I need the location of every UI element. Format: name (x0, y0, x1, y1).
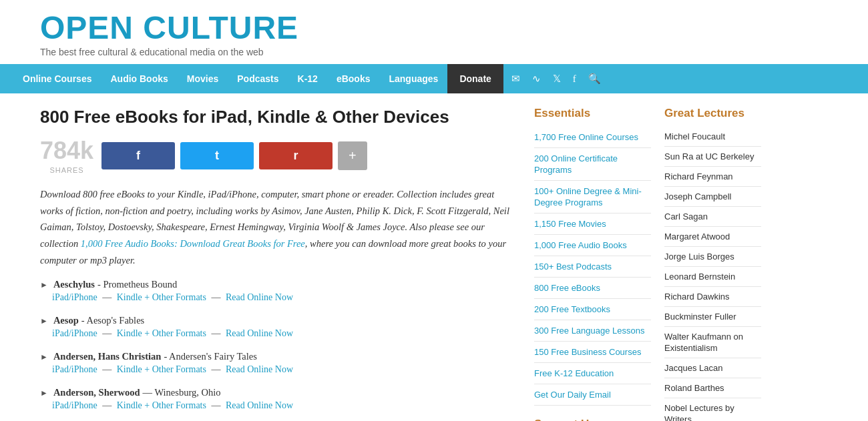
book-title: - Aesop's Fables (81, 315, 144, 326)
essentials-item: 150 Free Business Courses (534, 342, 651, 363)
essentials-link[interactable]: 200 Free Textbooks (534, 304, 610, 314)
essentials-link[interactable]: 1,150 Free Movies (534, 219, 606, 229)
essentials-item: 300 Free Language Lessons (534, 320, 651, 342)
lecture-item: Margaret Atwood (664, 227, 761, 247)
book-links: iPad/iPhone — Kindle + Other Formats — R… (52, 292, 514, 303)
essentials-list: 1,700 Free Online Courses 200 Online Cer… (534, 127, 651, 406)
lecture-link[interactable]: Sun Ra at UC Berkeley (664, 151, 754, 161)
twitter-share-button[interactable]: t (180, 142, 254, 169)
essentials-link[interactable]: Get Our Daily Email (534, 390, 611, 400)
nav-donate[interactable]: Donate (447, 64, 503, 93)
lecture-link[interactable]: Roland Barthes (664, 383, 724, 393)
essentials-link[interactable]: 150+ Best Podcasts (534, 262, 612, 272)
support-us-title: Support Us (534, 418, 651, 421)
essentials-link[interactable]: 200 Online Certificate Programs (534, 153, 618, 175)
more-share-button[interactable]: + (338, 141, 367, 170)
lecture-link[interactable]: Jorge Luis Borges (664, 252, 734, 262)
twitter-icon[interactable]: 𝕏 (548, 67, 566, 90)
lecture-link[interactable]: Joseph Campbell (664, 191, 731, 201)
essentials-item: Free K-12 Education (534, 363, 651, 384)
lecture-link[interactable]: Michel Foucault (664, 131, 725, 141)
lecture-item: Walter Kaufmann on Existentialism (664, 327, 761, 358)
separator: — (102, 364, 112, 374)
essentials-title: Essentials (534, 107, 651, 120)
book-item-anderson: ► Anderson, Sherwood — Winesburg, Ohio i… (40, 387, 514, 411)
lecture-link[interactable]: Richard Feynman (664, 171, 733, 181)
essentials-link[interactable]: 1,700 Free Online Courses (534, 132, 638, 142)
read-online-link[interactable]: Read Online Now (226, 364, 293, 374)
read-online-link[interactable]: Read Online Now (226, 400, 293, 410)
kindle-link[interactable]: Kindle + Other Formats (117, 292, 206, 302)
book-links: iPad/iPhone — Kindle + Other Formats — R… (52, 364, 514, 375)
essentials-link[interactable]: 1,000 Free Audio Books (534, 240, 627, 250)
nav-online-courses[interactable]: Online Courses (13, 64, 101, 93)
main-nav: Online Courses Audio Books Movies Podcas… (0, 64, 868, 93)
lecture-link[interactable]: Margaret Atwood (664, 232, 730, 242)
book-item-aeschylus: ► Aeschylus - Prometheus Bound iPad/iPho… (40, 279, 514, 303)
reddit-share-button[interactable]: r (259, 142, 333, 169)
main-content: 800 Free eBooks for iPad, Kindle & Other… (40, 107, 514, 421)
nav-icons: ✉ ∿ 𝕏 f 🔍 (506, 67, 606, 90)
essentials-item: 200 Free Textbooks (534, 299, 651, 320)
book-author: Andersen, Hans Christian (53, 351, 162, 362)
read-online-link[interactable]: Read Online Now (226, 292, 293, 302)
nav-movies[interactable]: Movies (178, 64, 228, 93)
separator: — (102, 400, 112, 410)
book-arrow-icon: ► (40, 316, 48, 326)
book-list: ► Aeschylus - Prometheus Bound iPad/iPho… (40, 279, 514, 411)
book-links: iPad/iPhone — Kindle + Other Formats — R… (52, 400, 514, 411)
essentials-item: 200 Online Certificate Programs (534, 148, 651, 181)
lecture-item: Richard Dawkins (664, 287, 761, 307)
lecture-link[interactable]: Richard Dawkins (664, 292, 730, 302)
nav-languages[interactable]: Languages (379, 64, 447, 93)
lecture-link[interactable]: Walter Kaufmann on Existentialism (664, 332, 743, 353)
iphone-link[interactable]: iPad/iPhone (52, 364, 97, 374)
iphone-link[interactable]: iPad/iPhone (52, 328, 97, 338)
iphone-link[interactable]: iPad/iPhone (52, 400, 97, 410)
book-author: Anderson, Sherwood (53, 387, 140, 398)
essentials-link[interactable]: 150 Free Business Courses (534, 347, 641, 357)
rss-icon[interactable]: ∿ (527, 67, 546, 90)
book-arrow-icon: ► (40, 280, 48, 290)
site-header: OPEN CULTURE The best free cultural & ed… (0, 0, 868, 64)
nav-podcasts[interactable]: Podcasts (228, 64, 288, 93)
lecture-link[interactable]: Leonard Bernstein (664, 272, 735, 282)
book-item-header: ► Aesop - Aesop's Fables (40, 315, 514, 326)
lecture-link[interactable]: Jacques Lacan (664, 363, 722, 373)
essentials-item: 1,150 Free Movies (534, 214, 651, 235)
lecture-item: Michel Foucault (664, 127, 761, 147)
lecture-link[interactable]: Nobel Lectures by Writers (664, 403, 734, 421)
essentials-link[interactable]: 300 Free Language Lessons (534, 326, 645, 336)
kindle-link[interactable]: Kindle + Other Formats (117, 400, 206, 410)
facebook-share-button[interactable]: f (101, 142, 175, 169)
nav-k12[interactable]: K-12 (288, 64, 327, 93)
sidebar-essentials: Essentials 1,700 Free Online Courses 200… (534, 107, 651, 421)
read-online-link[interactable]: Read Online Now (226, 328, 293, 338)
iphone-link[interactable]: iPad/iPhone (52, 292, 97, 302)
kindle-link[interactable]: Kindle + Other Formats (117, 364, 206, 374)
book-title: — Winesburg, Ohio (143, 387, 221, 398)
site-title[interactable]: OPEN CULTURE (40, 12, 828, 44)
audio-books-link[interactable]: 1,000 Free Audio Books: Download Great B… (81, 238, 305, 249)
lecture-item: Jacques Lacan (664, 358, 761, 378)
lecture-link[interactable]: Buckminster Fuller (664, 312, 736, 322)
nav-audio-books[interactable]: Audio Books (101, 64, 177, 93)
lecture-item: Richard Feynman (664, 167, 761, 187)
separator: — (211, 292, 220, 302)
separator: — (102, 328, 112, 338)
article-body: Download 800 free eBooks to your Kindle,… (40, 186, 514, 268)
page-title: 800 Free eBooks for iPad, Kindle & Other… (40, 107, 514, 127)
essentials-link[interactable]: Free K-12 Education (534, 368, 614, 378)
nav-ebooks[interactable]: eBooks (327, 64, 380, 93)
essentials-link[interactable]: 100+ Online Degree & Mini-Degree Program… (534, 186, 642, 207)
reddit-icon: r (294, 149, 298, 163)
book-item-aesop: ► Aesop - Aesop's Fables iPad/iPhone — K… (40, 315, 514, 339)
lectures-title: Great Lectures (664, 107, 761, 120)
kindle-link[interactable]: Kindle + Other Formats (117, 328, 206, 338)
essentials-link[interactable]: 800 Free eBooks (534, 283, 600, 293)
search-icon[interactable]: 🔍 (583, 67, 606, 90)
facebook-icon[interactable]: f (568, 68, 582, 90)
separator: — (102, 292, 112, 302)
lecture-link[interactable]: Carl Sagan (664, 212, 708, 222)
email-icon[interactable]: ✉ (506, 67, 525, 90)
